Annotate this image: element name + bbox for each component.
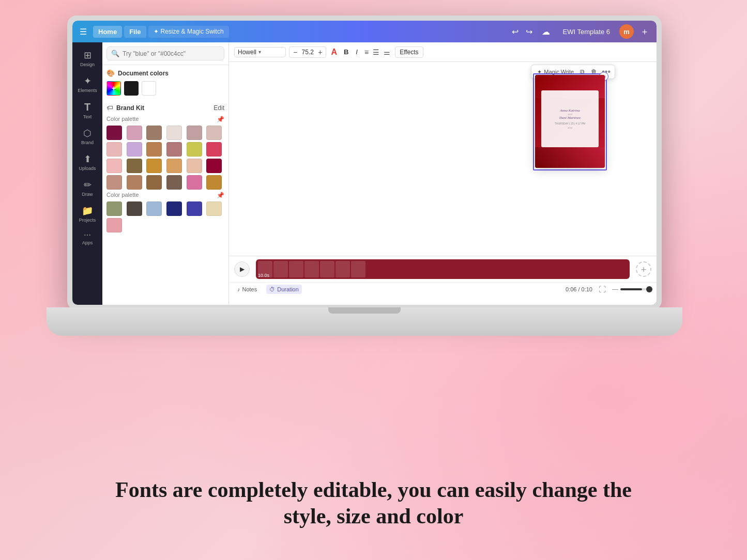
- brand-color-14[interactable]: [127, 159, 142, 173]
- brand-color-1[interactable]: [106, 126, 122, 140]
- sidebar-item-projects[interactable]: 📁 Projects: [74, 202, 100, 226]
- add-color-btn[interactable]: [106, 81, 121, 96]
- brand-color-3[interactable]: [146, 126, 162, 140]
- brand-color-8[interactable]: [127, 142, 142, 157]
- timeline-strip[interactable]: 10.0s: [256, 259, 630, 279]
- align-center-btn[interactable]: ☰: [371, 47, 381, 57]
- text-color-btn[interactable]: A: [329, 46, 339, 58]
- panel-content: 🎨 Document colors: [102, 65, 228, 305]
- brand-color-15[interactable]: [146, 159, 162, 173]
- duration-icon: ⏱: [269, 286, 275, 292]
- timeline-controls: ▶ 10.0s: [229, 256, 657, 283]
- brand-color-23[interactable]: [187, 175, 202, 190]
- sidebar-item-apps[interactable]: ⋯ Apps: [74, 228, 100, 248]
- top-nav: Home File ✦ Resize & Magic Switch: [93, 26, 229, 38]
- brand-color-13[interactable]: [106, 159, 122, 173]
- laptop-base: [47, 307, 682, 336]
- align-justify-btn[interactable]: ⚌: [382, 47, 392, 57]
- sidebar-item-draw[interactable]: ✏ Draw: [74, 176, 100, 200]
- resize-btn[interactable]: ✦ Resize & Magic Switch: [148, 26, 229, 38]
- italic-btn[interactable]: I: [354, 47, 360, 57]
- brand-color-16[interactable]: [166, 159, 182, 173]
- palette-pin-icon[interactable]: 📌: [217, 116, 224, 123]
- brand-color-11[interactable]: [187, 142, 202, 157]
- design-card[interactable]: Anna Katrina and Dani Martinez THURSDAY …: [535, 75, 605, 168]
- brand-color-p2-4[interactable]: [166, 201, 182, 216]
- brand-color-21[interactable]: [146, 175, 162, 190]
- brand-color-17[interactable]: [187, 159, 202, 173]
- brand-color-20[interactable]: [127, 175, 142, 190]
- brand-color-2[interactable]: [127, 126, 142, 140]
- brand-color-7[interactable]: [106, 142, 122, 157]
- duration-btn[interactable]: ⏱ Duration: [266, 285, 302, 294]
- search-icon: 🔍: [111, 50, 119, 57]
- brand-color-6[interactable]: [206, 126, 222, 140]
- brand-color-p2-2[interactable]: [127, 201, 142, 216]
- sidebar-item-design[interactable]: ⊞ Design: [74, 46, 100, 70]
- menu-icon[interactable]: ☰: [78, 25, 89, 39]
- user-avatar[interactable]: m: [619, 24, 634, 39]
- font-selector[interactable]: Howell ▾: [234, 47, 286, 57]
- brand-kit-edit-btn[interactable]: Edit: [214, 104, 224, 112]
- sidebar-item-uploads[interactable]: ⬆ Uploads: [74, 150, 100, 174]
- volume-track[interactable]: [620, 288, 651, 290]
- search-input-wrap[interactable]: 🔍: [106, 46, 224, 60]
- sidebar-item-text[interactable]: T Text: [74, 98, 100, 122]
- volume-dot: [646, 286, 652, 292]
- sidebar-item-brand[interactable]: ⬡ Brand: [74, 125, 100, 148]
- palette-icon: 🎨: [106, 69, 115, 77]
- app-screen: ☰ Home File ✦ Resize & Magic Switch ↩ ↪: [72, 21, 657, 305]
- brand-color-19[interactable]: [106, 175, 122, 190]
- brand-color-p2-7[interactable]: [106, 218, 122, 232]
- timeline-frame-3: [289, 261, 303, 277]
- sidebar-item-elements[interactable]: ✦ Elements: [74, 72, 100, 96]
- timeline-frame-7: [351, 261, 365, 277]
- brand-color-18[interactable]: [206, 159, 222, 173]
- add-collaborator-btn[interactable]: ＋: [638, 24, 651, 39]
- notes-btn[interactable]: ♪ Notes: [234, 285, 260, 294]
- brand-color-22[interactable]: [166, 175, 182, 190]
- brand-color-24[interactable]: [206, 175, 222, 190]
- brand-color-10[interactable]: [166, 142, 182, 157]
- cloud-save-btn[interactable]: ☁: [539, 26, 553, 38]
- brand-color-p2-5[interactable]: [187, 201, 202, 216]
- brand-color-p2-1[interactable]: [106, 201, 122, 216]
- play-btn[interactable]: ▶: [234, 261, 250, 277]
- elements-icon: ✦: [84, 75, 92, 87]
- brand-kit-title: Brand Kit: [116, 104, 144, 112]
- timeline-view-btns: ⛶: [599, 285, 606, 293]
- uploads-icon: ⬆: [84, 153, 92, 165]
- bold-btn[interactable]: B: [342, 47, 350, 57]
- undo-btn[interactable]: ↩: [510, 26, 521, 38]
- brand-color-4[interactable]: [166, 126, 182, 140]
- align-left-btn[interactable]: ≡: [363, 47, 370, 57]
- top-bar: ☰ Home File ✦ Resize & Magic Switch ↩ ↪: [72, 21, 657, 42]
- file-nav-btn[interactable]: File: [124, 26, 146, 38]
- doc-color-white[interactable]: [142, 81, 156, 96]
- fullscreen-btn[interactable]: ⛶: [599, 285, 606, 293]
- redo-btn[interactable]: ↪: [524, 26, 535, 38]
- volume-icon: —: [612, 286, 618, 293]
- effects-btn[interactable]: Effects: [395, 46, 423, 58]
- brand-color-12[interactable]: [206, 142, 222, 157]
- card-name2: Dani Martinez: [559, 116, 581, 120]
- timeline-bottom: ♪ Notes ⏱ Duration 0:06 / 0:10 ⛶: [229, 283, 657, 296]
- apps-icon: ⋯: [84, 231, 91, 239]
- doc-color-black[interactable]: [124, 81, 139, 96]
- font-size-increase-btn[interactable]: +: [316, 48, 324, 56]
- timeline-frame-4: [304, 261, 319, 277]
- search-input[interactable]: [123, 50, 220, 57]
- brand-color-p2-3[interactable]: [146, 201, 162, 216]
- brand-color-5[interactable]: [187, 126, 202, 140]
- add-scene-btn[interactable]: ＋: [636, 261, 651, 277]
- font-name-label: Howell: [238, 49, 256, 56]
- palette-1-label: Color palette 📌: [106, 116, 224, 123]
- brand-color-p2-6[interactable]: [206, 201, 222, 216]
- home-nav-btn[interactable]: Home: [93, 26, 122, 38]
- timeline-progress: 0:06 / 0:10: [566, 286, 592, 292]
- brand-color-9[interactable]: [146, 142, 162, 157]
- font-size-decrease-btn[interactable]: −: [292, 48, 299, 56]
- main-content: ⊞ Design ✦ Elements T Text ⬡: [72, 42, 657, 305]
- palette-2-pin-icon[interactable]: 📌: [217, 192, 224, 199]
- volume-fill: [620, 288, 642, 290]
